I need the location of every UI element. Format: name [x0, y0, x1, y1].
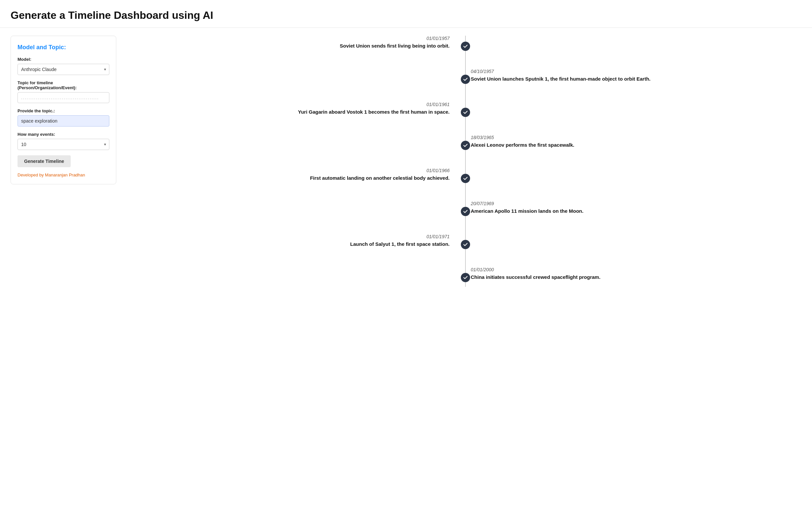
event-text: American Apollo 11 mission lands on the … [471, 208, 795, 214]
topic-label: Topic for timeline (Person/Organization/… [17, 80, 109, 90]
event-text: Alexei Leonov performs the first spacewa… [471, 141, 795, 148]
check-icon [461, 207, 470, 216]
event-content: 20/07/1969 American Apollo 11 mission la… [455, 201, 795, 214]
events-field-group: How many events: 10 5 15 20 ▾ [17, 132, 109, 150]
topic-field-group: Topic for timeline (Person/Organization/… [17, 80, 109, 103]
left-panel: Model and Topic: Model: Anthropic Claude… [11, 36, 116, 184]
event-content: 18/03/1965 Alexei Leonov performs the fi… [455, 135, 795, 148]
timeline-item: 18/03/1965 Alexei Leonov performs the fi… [136, 135, 795, 155]
event-content: 01/01/1971 Launch of Salyut 1, the first… [136, 234, 455, 247]
event-date: 01/01/1957 [136, 36, 450, 41]
event-text: Soviet Union sends first living being in… [136, 42, 450, 49]
check-icon [461, 42, 470, 51]
timeline-container: 01/01/1957 Soviet Union sends first livi… [136, 36, 795, 287]
provide-topic-label: Provide the topic.: [17, 108, 109, 113]
main-layout: Model and Topic: Model: Anthropic Claude… [0, 28, 812, 308]
check-icon [461, 240, 470, 249]
check-icon [461, 75, 470, 84]
provide-topic-input[interactable] [17, 115, 109, 127]
event-content: 01/01/1961 Yuri Gagarin aboard Vostok 1 … [136, 102, 455, 115]
event-text: Yuri Gagarin aboard Vostok 1 becomes the… [136, 108, 450, 115]
event-date: 18/03/1965 [471, 135, 795, 140]
event-content: 04/10/1957 Soviet Union launches Sputnik… [455, 69, 795, 82]
timeline-item: 04/10/1957 Soviet Union launches Sputnik… [136, 69, 795, 88]
page-title: Generate a Timeline Dashboard using AI [11, 9, 801, 22]
event-content: 01/01/1966 First automatic landing on an… [136, 168, 455, 181]
topic-placeholder-input[interactable] [17, 92, 109, 103]
event-text: Launch of Salyut 1, the first space stat… [136, 241, 450, 247]
events-label: How many events: [17, 132, 109, 137]
event-date: 01/01/2000 [471, 267, 795, 272]
check-icon [461, 174, 470, 183]
events-select[interactable]: 10 5 15 20 [17, 139, 109, 150]
model-select[interactable]: Anthropic Claude GPT-4 Gemini [17, 64, 109, 75]
event-content: 01/01/2000 China initiates successful cr… [455, 267, 795, 281]
event-date: 01/01/1961 [136, 102, 450, 107]
page-header: Generate a Timeline Dashboard using AI [0, 0, 812, 28]
check-icon [461, 273, 470, 282]
provide-topic-field-group: Provide the topic.: [17, 108, 109, 127]
timeline-item: 01/01/2000 China initiates successful cr… [136, 267, 795, 287]
panel-section-title: Model and Topic: [17, 44, 109, 51]
event-content: 01/01/1957 Soviet Union sends first livi… [136, 36, 455, 49]
timeline-panel: 01/01/1957 Soviet Union sends first livi… [130, 36, 801, 300]
model-select-wrapper: Anthropic Claude GPT-4 Gemini ▾ [17, 64, 109, 75]
timeline-item: 01/01/1966 First automatic landing on an… [136, 168, 795, 188]
event-date: 20/07/1969 [471, 201, 795, 206]
model-field-group: Model: Anthropic Claude GPT-4 Gemini ▾ [17, 57, 109, 75]
timeline-item: 20/07/1969 American Apollo 11 mission la… [136, 201, 795, 221]
events-select-wrapper: 10 5 15 20 ▾ [17, 139, 109, 150]
model-label: Model: [17, 57, 109, 62]
timeline-item: 01/01/1971 Launch of Salyut 1, the first… [136, 234, 795, 254]
timeline-item: 01/01/1961 Yuri Gagarin aboard Vostok 1 … [136, 102, 795, 122]
check-icon [461, 141, 470, 150]
event-date: 01/01/1966 [136, 168, 450, 173]
event-date: 01/01/1971 [136, 234, 450, 239]
generate-timeline-button[interactable]: Generate Timeline [17, 155, 71, 167]
check-icon [461, 108, 470, 117]
event-text: Soviet Union launches Sputnik 1, the fir… [471, 75, 795, 82]
event-date: 04/10/1957 [471, 69, 795, 74]
developer-credit: Developed by Manaranjan Pradhan [17, 172, 109, 177]
timeline-item: 01/01/1957 Soviet Union sends first livi… [136, 36, 795, 56]
event-text: First automatic landing on another celes… [136, 174, 450, 181]
event-text: China initiates successful crewed spacef… [471, 273, 795, 281]
